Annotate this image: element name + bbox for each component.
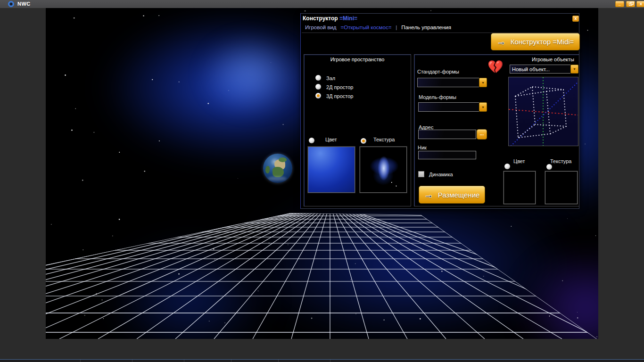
color-preview[interactable] bbox=[308, 147, 355, 193]
taskbar-segment bbox=[132, 360, 132, 362]
game-objects-group: Игровые объекты Стандарт-формы ▼ 💔 Новый… bbox=[414, 54, 579, 206]
radio-3d-space-label[interactable]: 3Д простор bbox=[326, 93, 353, 99]
restore-icon bbox=[629, 3, 632, 6]
app-logo-icon bbox=[8, 1, 14, 7]
earth-globe[interactable] bbox=[263, 154, 292, 183]
constructor-midi-button[interactable]: → Конструктор =Midi= bbox=[491, 33, 580, 50]
panel-title-accent: =Mini= bbox=[339, 15, 357, 22]
group-title: Игровые объекты bbox=[532, 57, 574, 62]
constructor-panel: Конструктор =Mini= x Игровой вид =Открыт… bbox=[300, 13, 579, 209]
close-button[interactable]: x bbox=[636, 1, 644, 7]
earth-continent bbox=[272, 167, 284, 177]
standard-forms-dropdown[interactable]: ▼ bbox=[417, 78, 487, 87]
new-object-dropdown[interactable]: Новый объект... ▼ bbox=[510, 65, 578, 74]
window-title: NWC bbox=[17, 1, 31, 7]
radio-3d-space[interactable] bbox=[315, 93, 321, 99]
radio-2d-space-label[interactable]: 2Д простор bbox=[326, 84, 353, 90]
arrow-right-icon: → bbox=[497, 37, 506, 46]
radio-color[interactable] bbox=[309, 138, 314, 143]
menu-control-panel[interactable]: Панель управления bbox=[401, 25, 451, 30]
object-preview-3d[interactable] bbox=[508, 77, 578, 146]
standard-forms-value[interactable] bbox=[417, 78, 479, 87]
standard-forms-label: Стандарт-формы bbox=[417, 69, 459, 74]
browse-button[interactable]: ... bbox=[477, 129, 487, 140]
radio-object-color[interactable] bbox=[504, 164, 510, 169]
object-color-preview[interactable] bbox=[504, 171, 536, 204]
radio-object-texture[interactable] bbox=[546, 164, 552, 170]
address-input[interactable] bbox=[418, 130, 476, 139]
panel-close-icon: x bbox=[574, 16, 577, 21]
radio-hall[interactable] bbox=[315, 75, 321, 81]
model-forms-value[interactable] bbox=[418, 102, 479, 112]
taskbar-segment bbox=[330, 360, 330, 362]
dropdown-arrow-icon[interactable]: ▼ bbox=[479, 102, 487, 112]
place-button[interactable]: → Размещение bbox=[419, 186, 485, 204]
radio-texture[interactable] bbox=[361, 138, 366, 144]
midi-button-label: Конструктор =Midi= bbox=[511, 38, 574, 46]
object-texture-label: Текстура bbox=[550, 158, 571, 164]
nick-label: Ник bbox=[418, 145, 427, 150]
title-bar[interactable]: NWC bbox=[0, 0, 644, 8]
dynamics-label: Динамика bbox=[429, 172, 453, 177]
earth-highlight bbox=[268, 176, 287, 181]
taskbar-edge[interactable] bbox=[0, 359, 644, 362]
restore-button[interactable] bbox=[626, 1, 635, 7]
app-window: NWC _ x Конструктор =Mini= x Игрово bbox=[0, 0, 644, 362]
object-color-label: Цвет bbox=[513, 158, 525, 164]
close-icon: x bbox=[640, 1, 642, 6]
new-object-value[interactable]: Новый объект... bbox=[510, 65, 570, 74]
texture-preview[interactable] bbox=[360, 147, 407, 193]
taskbar-segment bbox=[184, 360, 184, 362]
menu-separator: | bbox=[396, 25, 397, 30]
panel-title: Конструктор =Mini= bbox=[303, 15, 357, 22]
arrow-right-icon: → bbox=[424, 190, 433, 199]
minimize-icon: _ bbox=[619, 1, 621, 6]
texture-label: Текстура bbox=[373, 137, 395, 142]
dynamics-checkbox[interactable] bbox=[418, 171, 424, 177]
color-label: Цвет bbox=[325, 137, 337, 142]
menu-game-view[interactable]: Игровой вид bbox=[305, 25, 337, 30]
place-button-label: Размещение bbox=[438, 191, 480, 199]
taskbar-segment bbox=[80, 360, 81, 362]
model-forms-dropdown[interactable]: ▼ bbox=[418, 102, 487, 112]
taskbar-segment bbox=[278, 360, 279, 362]
radio-2d-space[interactable] bbox=[315, 84, 321, 90]
panel-title-text: Конструктор bbox=[303, 15, 338, 22]
broken-heart-icon: 💔 bbox=[487, 61, 504, 74]
earth-continent bbox=[279, 157, 287, 162]
earth-continent bbox=[265, 166, 270, 173]
dropdown-arrow-icon[interactable]: ▼ bbox=[479, 78, 487, 87]
radio-hall-label[interactable]: Зал bbox=[326, 75, 335, 81]
nick-input[interactable] bbox=[418, 151, 476, 159]
minimize-button[interactable]: _ bbox=[615, 1, 624, 7]
dropdown-arrow-icon[interactable]: ▼ bbox=[570, 65, 578, 74]
group-title: Игровое пространство bbox=[304, 57, 411, 62]
panel-close-button[interactable]: x bbox=[572, 16, 579, 22]
taskbar-segment bbox=[231, 360, 231, 362]
menu-game-view-value[interactable]: =Открытый космос= bbox=[341, 25, 392, 30]
object-texture-preview[interactable] bbox=[545, 171, 578, 204]
panel-menu: Игровой вид =Открытый космос= | Панель у… bbox=[305, 25, 451, 30]
game-space-group: Игровое пространство Зал 2Д простор 3Д п… bbox=[304, 54, 411, 206]
model-forms-label: Модель-формы bbox=[419, 94, 456, 100]
